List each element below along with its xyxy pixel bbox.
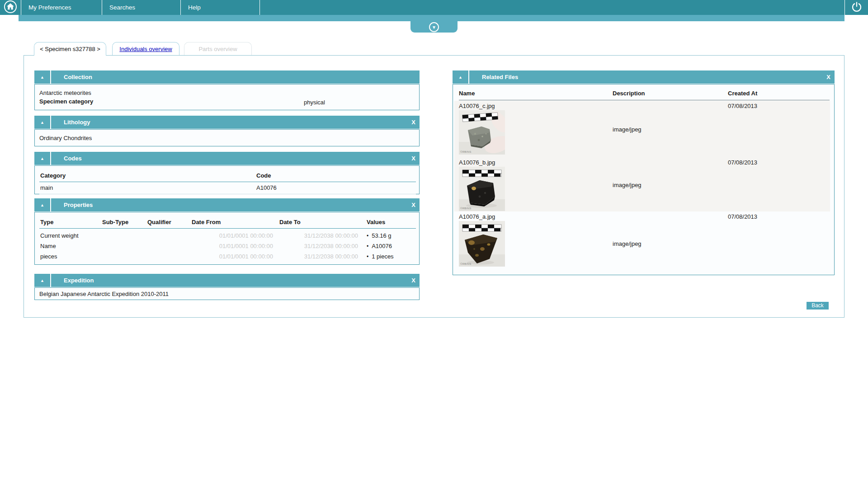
property-date-to: 31/12/2038 00:00:00 bbox=[278, 253, 363, 260]
menu-item-searches[interactable]: Searches bbox=[102, 0, 181, 15]
table-row: pieces 01/01/0001 00:00:00 31/12/2038 00… bbox=[39, 251, 416, 262]
panel-collection-body: Antarctic meteorites Specimen category p… bbox=[34, 84, 420, 110]
file-created-at: 07/08/2013 bbox=[728, 158, 830, 211]
file-description: image/jpeg bbox=[613, 158, 728, 211]
tab-parts-overview: Parts overview bbox=[184, 42, 252, 55]
table-row: Name 01/01/0001 00:00:00 31/12/2038 00:0… bbox=[39, 241, 416, 251]
property-date-from: 01/01/0001 00:00:00 bbox=[191, 243, 278, 249]
property-date-to: 31/12/2038 00:00:00 bbox=[278, 232, 363, 239]
related-files-header-name: Name bbox=[459, 90, 613, 97]
panel-collection-title: Collection bbox=[64, 74, 92, 80]
copyright-watermark: ©RBINS bbox=[460, 207, 472, 210]
property-value: A10076 bbox=[372, 243, 392, 249]
panel-related-files-header: ▲ Related Files X bbox=[453, 70, 835, 84]
codes-header-category: Category bbox=[40, 172, 256, 179]
tab-individuals-overview[interactable]: Individuals overview bbox=[112, 42, 179, 55]
lithology-value: Ordinary Chondrites bbox=[39, 135, 92, 141]
table-row: A10076_c.jpg bbox=[454, 101, 830, 157]
panel-codes: ▲ Codes X Category Code main A10076 bbox=[34, 152, 420, 194]
panel-lithology: ▲ Lithology X Ordinary Chondrites bbox=[34, 116, 420, 146]
panel-related-files-body: Name Description Created At A10076_c.jpg bbox=[453, 84, 835, 275]
table-row: A10076_a.jpg bbox=[454, 211, 830, 275]
panel-codes-body: Category Code main A10076 bbox=[34, 165, 420, 194]
collapse-up-icon[interactable]: ▲ bbox=[34, 274, 51, 287]
specimen-category-label: Specimen category bbox=[39, 98, 93, 105]
copyright-watermark: ©RBINS bbox=[460, 263, 472, 265]
codes-header-code: Code bbox=[256, 172, 416, 179]
panel-codes-title: Codes bbox=[64, 155, 82, 162]
home-button[interactable] bbox=[0, 0, 21, 15]
close-icon[interactable]: X bbox=[411, 119, 415, 126]
panel-related-files-title: Related Files bbox=[482, 74, 518, 80]
meteorite-thumbnail-a[interactable]: ©RBINS bbox=[459, 221, 505, 267]
tab-specimen-label: < Specimen s327788 > bbox=[40, 46, 100, 52]
topbar-spacer bbox=[260, 0, 844, 15]
properties-header-type: Type bbox=[39, 218, 101, 225]
close-icon[interactable]: X bbox=[411, 277, 415, 284]
close-icon[interactable]: X bbox=[411, 155, 415, 162]
collapse-up-icon[interactable]: ▲ bbox=[34, 198, 51, 211]
panel-collection-header: ▲ Collection bbox=[34, 70, 420, 84]
panel-expedition-header: ▲ Expedition X bbox=[34, 274, 420, 287]
file-created-at: 07/08/2013 bbox=[728, 102, 830, 157]
properties-header-values: Values bbox=[363, 218, 416, 225]
copyright-watermark: ©RBINS bbox=[460, 150, 472, 153]
back-button[interactable]: Back bbox=[807, 302, 829, 310]
collapse-up-icon[interactable]: ▲ bbox=[453, 70, 469, 84]
panel-properties: ▲ Properties X Type Sub-Type Qualifier D… bbox=[34, 198, 420, 265]
close-icon[interactable]: X bbox=[826, 74, 830, 80]
property-type: pieces bbox=[39, 253, 101, 260]
collapse-up-icon[interactable]: ▲ bbox=[34, 70, 51, 84]
table-row: Current weight 01/01/0001 00:00:00 31/12… bbox=[39, 230, 416, 241]
secondary-bar bbox=[19, 15, 844, 21]
meteorite-thumbnail-c[interactable]: ©RBINS bbox=[459, 110, 505, 155]
bullet-icon: • bbox=[367, 243, 368, 249]
file-created-at: 07/08/2013 bbox=[728, 212, 830, 275]
table-row: A10076_b.jpg bbox=[454, 157, 830, 211]
collection-name: Antarctic meteorites bbox=[39, 89, 91, 96]
power-icon bbox=[851, 1, 863, 14]
properties-header-subtype: Sub-Type bbox=[101, 218, 146, 225]
file-name: A10076_a.jpg bbox=[459, 212, 613, 220]
panel-collection: ▲ Collection Antarctic meteorites Specim… bbox=[34, 70, 420, 110]
specimen-category-value: physical bbox=[304, 99, 325, 106]
code-value: A10076 bbox=[256, 184, 416, 191]
property-value: 53.16 g bbox=[372, 232, 391, 239]
property-date-to: 31/12/2038 00:00:00 bbox=[278, 243, 363, 249]
panel-properties-title: Properties bbox=[64, 202, 93, 208]
content-container: ▲ Collection Antarctic meteorites Specim… bbox=[24, 55, 844, 318]
bullet-icon: • bbox=[367, 233, 368, 239]
close-icon[interactable]: X bbox=[411, 202, 415, 208]
tab-specimen[interactable]: < Specimen s327788 > bbox=[34, 42, 106, 56]
property-type: Current weight bbox=[39, 232, 101, 239]
properties-header-datefrom: Date From bbox=[191, 218, 278, 225]
collapse-menu-tab[interactable]: ▼ bbox=[410, 21, 458, 33]
bullet-icon: • bbox=[367, 253, 368, 260]
file-name: A10076_b.jpg bbox=[459, 158, 613, 166]
related-files-header-created-at: Created At bbox=[728, 90, 830, 97]
top-navigation-bar: My Preferences Searches Help bbox=[0, 0, 868, 15]
collapse-up-icon[interactable]: ▲ bbox=[34, 116, 51, 129]
panel-expedition-title: Expedition bbox=[64, 277, 94, 284]
tab-individuals-overview-label: Individuals overview bbox=[119, 46, 172, 52]
file-description: image/jpeg bbox=[613, 212, 728, 275]
file-name: A10076_c.jpg bbox=[459, 102, 613, 109]
logout-button[interactable] bbox=[844, 0, 868, 15]
tab-parts-overview-label: Parts overview bbox=[198, 46, 237, 52]
collapse-up-icon[interactable]: ▲ bbox=[34, 152, 51, 165]
related-files-header-description: Description bbox=[613, 90, 728, 97]
panel-expedition: ▲ Expedition X Belgian Japanese Antarcti… bbox=[34, 274, 420, 300]
menu-item-help[interactable]: Help bbox=[181, 0, 260, 15]
property-date-from: 01/01/0001 00:00:00 bbox=[191, 232, 278, 239]
home-icon bbox=[4, 0, 17, 15]
table-row: main A10076 bbox=[39, 182, 416, 194]
panel-related-files: ▲ Related Files X Name Description Creat… bbox=[453, 70, 835, 275]
meteorite-thumbnail-b[interactable]: ©RBINS bbox=[459, 167, 505, 211]
property-value: 1 pieces bbox=[372, 253, 393, 260]
panel-properties-header: ▲ Properties X bbox=[34, 198, 420, 211]
properties-header-dateto: Date To bbox=[278, 218, 363, 225]
panel-codes-header: ▲ Codes X bbox=[34, 152, 420, 165]
expedition-value: Belgian Japanese Antarctic Expedition 20… bbox=[39, 291, 169, 297]
menu-item-my-preferences[interactable]: My Preferences bbox=[21, 0, 102, 15]
file-description: image/jpeg bbox=[613, 102, 728, 157]
